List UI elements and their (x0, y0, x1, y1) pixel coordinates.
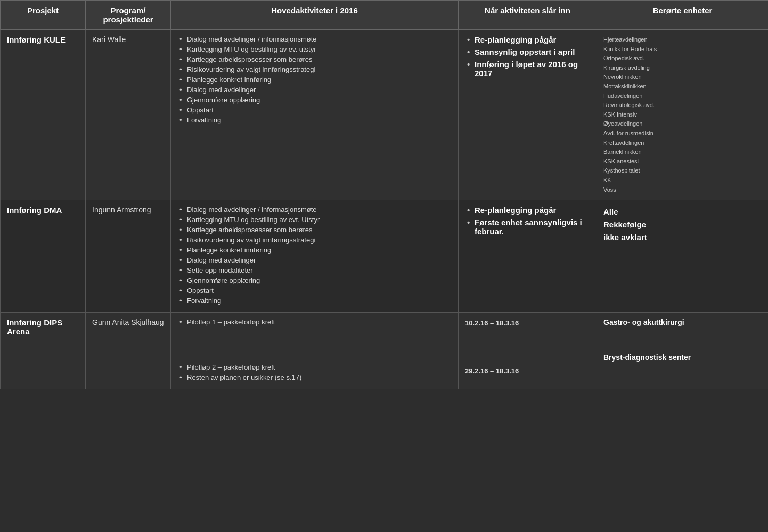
leader-name: Ingunn Armstrong (92, 206, 151, 214)
activity-item: Dialog med avdelinger (177, 86, 452, 94)
activity-item: Risikovurdering av valgt innføringsstrat… (177, 236, 452, 244)
project-cell: Innføring DIPS Arena (1, 313, 86, 389)
unit-item: Voss (603, 185, 762, 195)
activity-item: Forvaltning (177, 297, 452, 305)
header-when: Når aktiviteten slår inn (459, 1, 597, 30)
when-date1: 10.2.16 – 18.3.16 (465, 318, 590, 329)
activity-item: Planlegge konkret innføring (177, 246, 452, 254)
leader-name: Gunn Anita Skjulhaug (92, 318, 164, 326)
activities-cell: Dialog med avdelinger / informasjonsmøte… (171, 30, 459, 200)
header-units: Berørte enheter (597, 1, 769, 30)
activity-item: Pilotløp 1 – pakkeforløp kreft (177, 318, 452, 326)
leader-cell: Ingunn Armstrong (86, 200, 171, 313)
unit-item: ikke avklart (603, 231, 762, 244)
units-cell: AlleRekkefølgeikke avklart (597, 200, 769, 313)
unit-item: Kreftavdelingen (603, 138, 762, 148)
activity-item: Forvaltning (177, 116, 452, 124)
table-row: Innføring KULEKari WalleDialog med avdel… (1, 30, 769, 200)
main-table: Prosjekt Program/ prosjektleder Hovedakt… (0, 0, 768, 389)
unit-item: Revmatologisk avd. (603, 101, 762, 110)
when-item: Sannsynlig oppstart i april (465, 47, 590, 56)
project-cell: Innføring KULE (1, 30, 86, 200)
leader-name: Kari Walle (92, 35, 126, 44)
unit-group2: Bryst-diagnostisk senter (603, 353, 762, 362)
when-item: Innføring i løpet av 2016 og 2017 (465, 60, 590, 78)
activity-item: Gjennomføre opplæring (177, 96, 452, 104)
unit-item: Alle (603, 206, 762, 218)
leader-cell: Gunn Anita Skjulhaug (86, 313, 171, 389)
unit-item: Avd. for rusmedisin (603, 129, 762, 138)
unit-item: Ortopedisk avd. (603, 54, 762, 63)
project-title: Innføring KULE (7, 35, 66, 44)
header-row: Prosjekt Program/ prosjektleder Hovedakt… (1, 1, 769, 30)
header-activities: Hovedaktiviteter i 2016 (171, 1, 459, 30)
activities-cell: Dialog med avdelinger / informasjonsmøte… (171, 200, 459, 313)
activity-item: Oppstart (177, 287, 452, 294)
header-project: Prosjekt (1, 1, 86, 30)
activity-item: Oppstart (177, 106, 452, 114)
activity-item: Dialog med avdelinger / informasjonsmøte (177, 206, 452, 214)
activity-item: Kartlegging MTU og bestilling av ev. uts… (177, 45, 452, 53)
unit-item: Nevroklinikken (603, 72, 762, 82)
units-cell: Gastro- og akuttkirurgiBryst-diagnostisk… (597, 313, 769, 389)
activity-item: Pilotløp 2 – pakkeforløp kreft (177, 363, 452, 371)
unit-item: Mottaksklinikken (603, 82, 762, 92)
activity-item: Resten av planen er usikker (se s.17) (177, 373, 452, 381)
when-date2: 29.2.16 – 18.3.16 (465, 366, 590, 377)
activity-item: Gjennomføre opplæring (177, 276, 452, 284)
table-row: Innføring DIPS ArenaGunn Anita Skjulhaug… (1, 313, 769, 389)
activity-item: Kartlegge arbeidsprosesser som berøres (177, 226, 452, 234)
project-cell: Innføring DMA (1, 200, 86, 313)
unit-item: Barneklinikken (603, 148, 762, 157)
project-title: Innføring DMA (7, 206, 62, 215)
activity-item: Dialog med avdelinger (177, 256, 452, 264)
unit-item: KSK Intensiv (603, 110, 762, 120)
main-table-wrapper: Prosjekt Program/ prosjektleder Hovedakt… (0, 0, 768, 532)
activity-item: Sette opp modaliteter (177, 266, 452, 274)
activity-item: Dialog med avdelinger / informasjonsmøte (177, 35, 452, 43)
activities-cell: Pilotløp 1 – pakkeforløp kreftPilotløp 2… (171, 313, 459, 389)
when-cell: Re-planlegging pågårSannsynlig oppstart … (459, 30, 597, 200)
activity-item: Kartlegge arbeidsprosesser som berøres (177, 55, 452, 63)
when-cell: 10.2.16 – 18.3.1629.2.16 – 18.3.16 (459, 313, 597, 389)
project-title: Innføring DIPS Arena (7, 318, 62, 336)
unit-group1: Gastro- og akuttkirurgi (603, 318, 762, 326)
unit-item: Hjerteavdelingen (603, 35, 762, 45)
unit-item: KK (603, 176, 762, 185)
when-cell: Re-planlegging pågårFørste enhet sannsyn… (459, 200, 597, 313)
activity-item: Planlegge konkret innføring (177, 76, 452, 84)
when-item: Første enhet sannsynligvis i februar. (465, 218, 590, 236)
unit-item: Øyeavdelingen (603, 119, 762, 129)
units-cell: HjerteavdelingenKlinikk for Hode halsOrt… (597, 30, 769, 200)
table-row: Innføring DMAIngunn ArmstrongDialog med … (1, 200, 769, 313)
activity-item: Kartlegging MTU og bestilling av evt. Ut… (177, 216, 452, 224)
unit-item: Hudavdelingen (603, 92, 762, 101)
unit-item: Klinikk for Hode hals (603, 45, 762, 54)
units-list-large: AlleRekkefølgeikke avklart (603, 206, 762, 244)
unit-item: KSK anestesi (603, 157, 762, 167)
unit-item: Rekkefølge (603, 218, 762, 231)
unit-item: Kysthospitalet (603, 166, 762, 176)
header-leader: Program/ prosjektleder (86, 1, 171, 30)
units-list-small: HjerteavdelingenKlinikk for Hode halsOrt… (603, 35, 762, 194)
when-item: Re-planlegging pågår (465, 35, 590, 44)
leader-cell: Kari Walle (86, 30, 171, 200)
when-item: Re-planlegging pågår (465, 206, 590, 215)
activity-item: Risikovurdering av valgt innføringsstrat… (177, 66, 452, 73)
unit-item: Kirurgisk avdeling (603, 63, 762, 73)
